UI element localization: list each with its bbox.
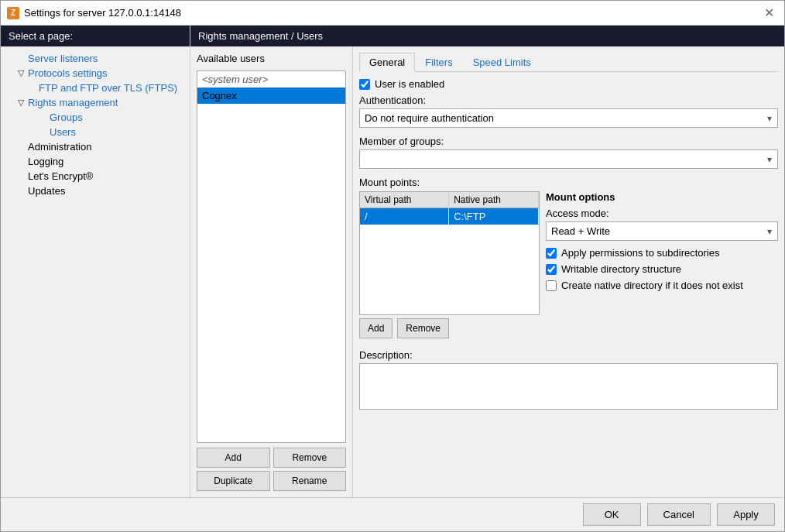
description-textarea[interactable] xyxy=(359,363,778,410)
mount-area: Virtual path Native path / C:\FTP xyxy=(359,191,778,345)
sidebar-item-lets-encrypt[interactable]: Let's Encrypt® xyxy=(15,169,187,184)
mount-table-section: Virtual path Native path / C:\FTP xyxy=(359,191,540,345)
users-list[interactable]: <system user> Cognex xyxy=(197,70,346,443)
apply-permissions-label: Apply permissions to subdirectories xyxy=(561,247,719,259)
settings-panel: General Filters Speed Limits User is ena… xyxy=(353,46,784,497)
expand-icon xyxy=(29,84,36,93)
mount-table-buttons: Add Remove xyxy=(359,318,540,338)
mount-table: Virtual path Native path / C:\FTP xyxy=(360,192,539,225)
user-label: <system user> xyxy=(202,74,268,85)
expand-icon xyxy=(18,187,26,196)
bottom-bar: OK Cancel Apply xyxy=(1,497,784,531)
remove-mount-button[interactable]: Remove xyxy=(397,318,449,338)
tree-area: Server listeners ▽ Protocols settings FT… xyxy=(1,46,190,497)
writable-dir-checkbox[interactable] xyxy=(546,264,557,275)
member-of-groups-select[interactable] xyxy=(359,149,778,169)
add-mount-button[interactable]: Add xyxy=(359,318,392,338)
users-panel: Available users <system user> Cognex Add… xyxy=(190,46,353,497)
user-enabled-checkbox[interactable] xyxy=(359,79,370,90)
description-label: Description: xyxy=(359,349,778,361)
expand-icon xyxy=(39,113,47,122)
access-mode-wrapper: Read + Write Read Only Write Only xyxy=(546,221,778,241)
main-window: Z Settings for server 127.0.0.1:14148 ✕ … xyxy=(0,0,785,532)
apply-button[interactable]: Apply xyxy=(717,503,775,526)
expand-icon xyxy=(39,128,47,137)
add-user-button[interactable]: Add xyxy=(197,448,270,468)
create-native-dir-label: Create native directory if it does not e… xyxy=(561,280,743,291)
sidebar-item-protocols-settings[interactable]: ▽ Protocols settings xyxy=(15,66,187,81)
sidebar-item-label: Updates xyxy=(28,185,65,197)
create-native-dir-row: Create native directory if it does not e… xyxy=(546,280,778,291)
table-row[interactable]: / C:\FTP xyxy=(360,208,539,225)
col-native-path: Native path xyxy=(449,192,539,208)
sidebar-item-administration[interactable]: Administration xyxy=(15,139,187,154)
authentication-select-wrapper: Do not require authentication Require pa… xyxy=(359,108,778,128)
right-body: Available users <system user> Cognex Add… xyxy=(190,46,784,497)
users-label: Available users xyxy=(197,53,346,64)
tab-filters[interactable]: Filters xyxy=(415,53,462,72)
sidebar-item-logging[interactable]: Logging xyxy=(15,154,187,169)
tab-speed-limits[interactable]: Speed Limits xyxy=(463,53,541,72)
sidebar-item-users[interactable]: Users xyxy=(36,125,187,139)
user-enabled-label: User is enabled xyxy=(375,78,444,90)
sidebar-item-server-listeners[interactable]: Server listeners xyxy=(15,51,187,66)
sidebar-item-label: Users xyxy=(50,126,76,138)
close-button[interactable]: ✕ xyxy=(759,4,778,22)
apply-permissions-row: Apply permissions to subdirectories xyxy=(546,247,778,259)
title-bar-left: Z Settings for server 127.0.0.1:14148 xyxy=(7,7,181,19)
authentication-select[interactable]: Do not require authentication Require pa… xyxy=(359,108,778,128)
mount-points-label: Mount points: xyxy=(359,177,778,188)
sidebar-item-rights-management[interactable]: ▽ Rights management xyxy=(15,95,187,110)
col-virtual-path: Virtual path xyxy=(360,192,449,208)
sidebar-item-label: Server listeners xyxy=(28,53,98,64)
duplicate-user-button[interactable]: Duplicate xyxy=(197,471,270,491)
sidebar-item-label: Let's Encrypt® xyxy=(28,170,93,182)
cell-native: C:\FTP xyxy=(449,208,539,225)
member-of-groups-wrapper xyxy=(359,149,778,169)
sidebar-item-label: Groups xyxy=(50,112,83,123)
expand-icon xyxy=(18,172,26,181)
mount-table-container: Virtual path Native path / C:\FTP xyxy=(359,191,540,315)
access-mode-select[interactable]: Read + Write Read Only Write Only xyxy=(546,221,778,241)
app-icon: Z xyxy=(7,7,19,19)
sidebar-item-updates[interactable]: Updates xyxy=(15,184,187,198)
expand-icon xyxy=(18,142,26,152)
sidebar-item-label: Administration xyxy=(28,141,91,153)
user-item-cognex[interactable]: Cognex xyxy=(197,88,345,104)
create-native-dir-checkbox[interactable] xyxy=(546,280,557,291)
main-content: Select a page: Server listeners ▽ Protoc… xyxy=(1,26,784,497)
user-enabled-row: User is enabled xyxy=(359,78,778,90)
expand-icon xyxy=(18,157,26,166)
window-title: Settings for server 127.0.0.1:14148 xyxy=(24,7,181,19)
right-panel: Rights management / Users Available user… xyxy=(190,26,784,497)
member-of-groups-label: Member of groups: xyxy=(359,136,778,147)
writable-dir-label: Writable directory structure xyxy=(561,263,681,275)
apply-permissions-checkbox[interactable] xyxy=(546,248,557,259)
mount-options-title: Mount options xyxy=(546,191,778,203)
right-panel-header: Rights management / Users xyxy=(190,26,784,46)
user-label: Cognex xyxy=(202,90,237,101)
expand-icon: ▽ xyxy=(18,68,26,78)
title-bar: Z Settings for server 127.0.0.1:14148 ✕ xyxy=(1,1,784,26)
tab-general[interactable]: General xyxy=(359,53,415,72)
rename-user-button[interactable]: Rename xyxy=(273,471,347,491)
sidebar-item-groups[interactable]: Groups xyxy=(36,110,187,125)
cancel-button[interactable]: Cancel xyxy=(647,503,711,526)
cell-virtual: / xyxy=(360,208,449,225)
remove-user-button[interactable]: Remove xyxy=(273,448,347,468)
authentication-label: Authentication: xyxy=(359,94,778,106)
ok-button[interactable]: OK xyxy=(583,503,641,526)
mount-options: Mount options Access mode: Read + Write … xyxy=(546,191,778,345)
sidebar-item-label: FTP and FTP over TLS (FTPS) xyxy=(39,82,177,94)
left-panel-header: Select a page: xyxy=(1,26,190,46)
expand-icon xyxy=(18,54,26,63)
sidebar-item-label: Protocols settings xyxy=(28,67,108,79)
user-item-system[interactable]: <system user> xyxy=(197,71,345,88)
writable-dir-row: Writable directory structure xyxy=(546,263,778,275)
access-mode-label: Access mode: xyxy=(546,208,778,219)
tabs-bar: General Filters Speed Limits xyxy=(359,53,778,72)
sidebar-item-label: Rights management xyxy=(28,97,118,108)
sidebar-item-ftp-ftps[interactable]: FTP and FTP over TLS (FTPS) xyxy=(26,81,187,95)
tab-content-general: User is enabled Authentication: Do not r… xyxy=(359,78,778,412)
expand-icon: ▽ xyxy=(18,98,26,108)
